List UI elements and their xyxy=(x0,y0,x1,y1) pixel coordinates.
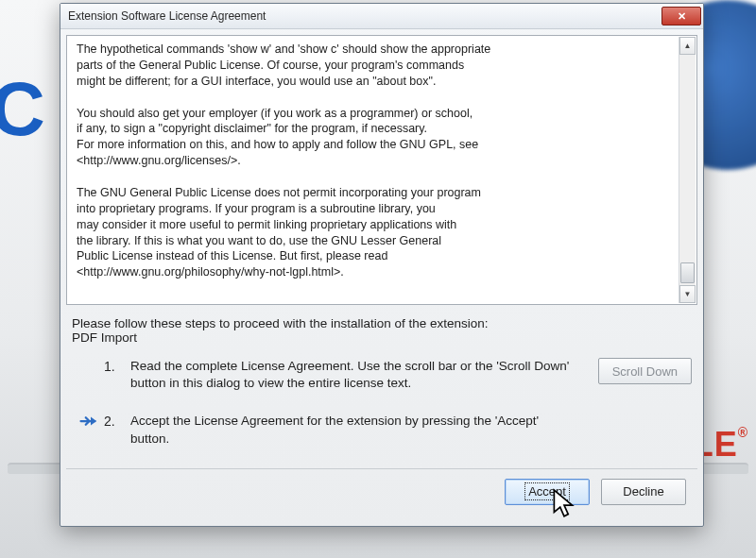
accept-button-label: Accept xyxy=(526,484,568,499)
step-row: 1. Read the complete License Agreement. … xyxy=(72,358,692,392)
license-text: The hypothetical commands 'show w' and '… xyxy=(77,42,676,280)
decline-button[interactable]: Decline xyxy=(601,479,686,505)
step-number: 1. xyxy=(104,358,130,374)
scroll-up-button[interactable]: ▲ xyxy=(679,37,696,55)
scrollbar-track[interactable] xyxy=(679,55,696,285)
current-step-arrow-icon xyxy=(79,414,96,428)
step-text: Read the complete License Agreement. Use… xyxy=(130,358,588,392)
license-dialog: Extension Software License Agreement ✕ T… xyxy=(60,3,704,527)
titlebar[interactable]: Extension Software License Agreement ✕ xyxy=(60,4,703,29)
steps-list: 1. Read the complete License Agreement. … xyxy=(72,358,692,448)
svg-marker-0 xyxy=(91,417,96,426)
dialog-footer: Accept Decline xyxy=(66,469,697,516)
license-text-box: The hypothetical commands 'show w' and '… xyxy=(66,35,697,305)
close-button[interactable]: ✕ xyxy=(662,7,701,25)
background-letter: C xyxy=(0,66,45,153)
step-number: 2. xyxy=(104,413,130,429)
step-row: 2. Accept the License Agreement for the … xyxy=(72,413,692,447)
scroll-down-button[interactable]: Scroll Down xyxy=(598,358,692,384)
instructions-line2: PDF Import xyxy=(72,330,692,345)
scrollbar-thumb[interactable] xyxy=(680,262,695,283)
scroll-down-arrow[interactable]: ▼ xyxy=(679,285,696,303)
instructions: Please follow these steps to proceed wit… xyxy=(72,316,692,345)
dialog-title: Extension Software License Agreement xyxy=(68,9,662,23)
close-icon: ✕ xyxy=(678,10,686,23)
accept-button[interactable]: Accept xyxy=(505,479,590,505)
step-indicator-col xyxy=(72,413,104,428)
step-text: Accept the License Agreement for the ext… xyxy=(130,413,588,447)
dialog-content: The hypothetical commands 'show w' and '… xyxy=(60,29,703,526)
step-indicator-col xyxy=(72,358,104,360)
instructions-line1: Please follow these steps to proceed wit… xyxy=(72,316,692,330)
scrollbar[interactable]: ▲ ▼ xyxy=(679,37,696,303)
